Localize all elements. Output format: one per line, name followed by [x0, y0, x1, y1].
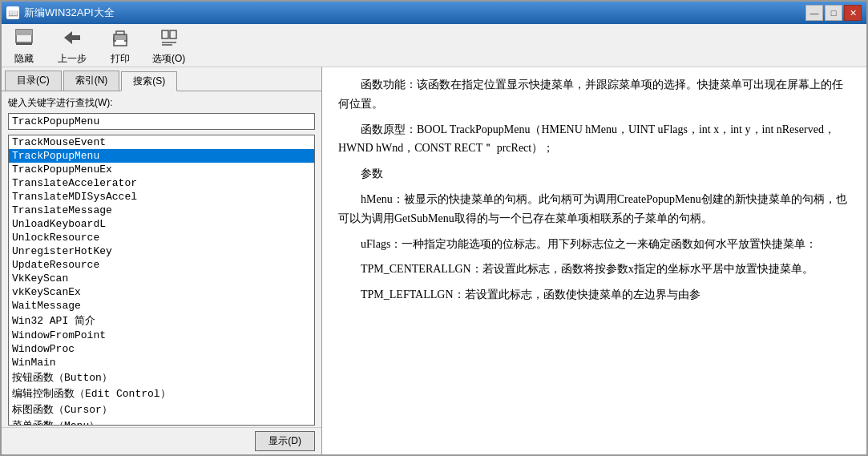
list-item[interactable]: TrackPopupMenu — [9, 149, 314, 163]
para-left: TPM_LEFTALLGN：若设置此标志，函数使快捷菜单的左边界与由参 — [338, 285, 850, 305]
list-item[interactable]: TranslateMessage — [9, 204, 314, 217]
maximize-button[interactable]: □ — [825, 5, 842, 21]
list-item[interactable]: TranslateAccelerator — [9, 176, 314, 190]
list-item[interactable]: WindowFromPoint — [9, 329, 314, 342]
minimize-button[interactable]: — — [805, 5, 823, 21]
options-icon — [156, 25, 182, 50]
list-box[interactable]: TrackMouseEvent TrackPopupMenu TrackPopu… — [8, 135, 315, 426]
tab-contents[interactable]: 目录(C) — [5, 71, 62, 91]
svg-rect-4 — [71, 35, 80, 40]
options-button[interactable]: 选项(O) — [152, 25, 185, 66]
search-input[interactable] — [8, 113, 315, 130]
print-icon — [107, 25, 133, 50]
list-item[interactable]: WaitMessage — [9, 299, 314, 313]
list-item[interactable]: TrackPopupMenuEx — [9, 163, 314, 176]
para-hmenu: hMenu：被显示的快捷菜单的句柄。此句柄可为调用CreatePopupMenu… — [338, 190, 850, 228]
search-label: 键入关键字进行查找(W): — [2, 91, 321, 111]
tab-bar: 目录(C) 索引(N) 搜索(S) — [2, 67, 321, 91]
options-label: 选项(O) — [152, 52, 185, 66]
list-item[interactable]: Win32 API 简介 — [9, 313, 314, 329]
list-item[interactable]: vkKeyScanEx — [9, 285, 314, 299]
hide-button[interactable]: 隐藏 — [8, 25, 40, 66]
title-bar: 📖 新编WIN32API大全 — □ ✕ — [2, 2, 866, 24]
list-item[interactable]: 菜单函数（Menu） — [9, 418, 314, 426]
hide-icon — [11, 25, 37, 50]
list-item[interactable]: WindowProc — [9, 342, 314, 356]
tab-search[interactable]: 搜索(S) — [121, 71, 177, 91]
list-item[interactable]: 编辑控制函数（Edit Control） — [9, 385, 314, 402]
list-item[interactable]: 按钮函数（Button） — [9, 369, 314, 385]
hide-label: 隐藏 — [14, 52, 34, 66]
back-label: 上一步 — [58, 52, 87, 66]
close-button[interactable]: ✕ — [844, 5, 862, 21]
title-bar-buttons: — □ ✕ — [805, 5, 862, 21]
print-label: 打印 — [111, 52, 130, 66]
list-item[interactable]: WinMain — [9, 356, 314, 369]
window-title: 新编WIN32API大全 — [24, 6, 115, 20]
para-center: TPM_CENTERALLGN：若设置此标志，函数将按参数x指定的坐标水平居中放… — [338, 260, 850, 279]
list-item[interactable]: 标图函数（Cursor） — [9, 402, 314, 418]
tab-index[interactable]: 索引(N) — [63, 71, 120, 91]
bottom-bar: 显示(D) — [2, 427, 321, 454]
svg-rect-9 — [162, 30, 168, 38]
left-panel: 目录(C) 索引(N) 搜索(S) 键入关键字进行查找(W): TrackMou… — [2, 67, 322, 454]
list-item[interactable]: UnloadKeyboardL — [9, 217, 314, 231]
para-prototype: 函数原型：BOOL TrackPopupMenu（HMENU hMenu，UIN… — [338, 120, 850, 159]
print-button[interactable]: 打印 — [104, 25, 136, 66]
para-function: 函数功能：该函数在指定位置显示快捷菜单，并跟踪菜单项的选择。快捷菜单可出现在屏幕… — [338, 75, 850, 114]
para-params-title: 参数 — [338, 164, 850, 184]
svg-rect-7 — [114, 34, 127, 41]
list-item[interactable]: TrackMouseEvent — [9, 135, 314, 149]
svg-rect-10 — [170, 30, 176, 38]
list-item[interactable]: VkKeyScan — [9, 272, 314, 285]
title-bar-left: 📖 新编WIN32API大全 — [6, 6, 115, 20]
show-button[interactable]: 显示(D) — [255, 431, 315, 451]
svg-rect-8 — [116, 40, 124, 44]
toolbar: 隐藏 上一步 打印 — [2, 24, 866, 67]
svg-rect-1 — [16, 30, 32, 35]
main-window: 📖 新编WIN32API大全 — □ ✕ 隐藏 — [0, 0, 868, 456]
list-item[interactable]: TranslateMDISysAccel — [9, 190, 314, 204]
right-panel[interactable]: 函数功能：该函数在指定位置显示快捷菜单，并跟踪菜单项的选择。快捷菜单可出现在屏幕… — [322, 67, 866, 454]
list-item[interactable]: UnlockResource — [9, 231, 314, 244]
list-container: TrackMouseEvent TrackPopupMenu TrackPopu… — [2, 133, 321, 427]
para-uflags: uFlags：一种指定功能选项的位标志。用下列标志位之一来确定函数如何水平放置快… — [338, 235, 850, 254]
back-button[interactable]: 上一步 — [56, 25, 88, 66]
app-icon: 📖 — [6, 6, 19, 19]
back-icon — [59, 25, 85, 50]
content-area: 目录(C) 索引(N) 搜索(S) 键入关键字进行查找(W): TrackMou… — [2, 67, 866, 454]
list-item[interactable]: UnregisterHotKey — [9, 244, 314, 258]
search-input-container — [2, 111, 321, 133]
list-item[interactable]: UpdateResource — [9, 258, 314, 272]
